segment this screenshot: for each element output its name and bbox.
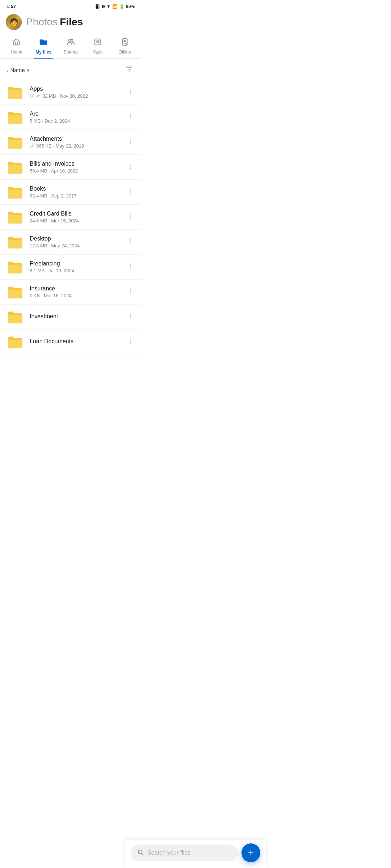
file-name: Books [30, 186, 120, 192]
svg-point-48 [130, 340, 131, 341]
file-meta: 24.6 MB · Mar 15, 2024 [30, 218, 120, 224]
tab-shared[interactable]: Shared [57, 35, 84, 58]
file-name: Arc [30, 111, 120, 117]
svg-point-45 [130, 315, 131, 316]
svg-point-43 [130, 293, 131, 294]
header: 🧑 Photos Files [0, 11, 141, 35]
file-meta: 965 KB · May 22, 2019 [30, 143, 120, 149]
file-meta: 82.4 MB · Sep 2, 2017 [30, 193, 120, 199]
folder-icon [6, 184, 25, 200]
svg-point-0 [68, 39, 71, 42]
file-meta: 50.4 MB · Apr 10, 2022 [30, 168, 120, 174]
home-icon [12, 38, 20, 48]
tab-myfiles[interactable]: My files [30, 35, 57, 58]
svg-point-42 [130, 290, 131, 292]
folder-icon [6, 234, 25, 250]
sort-bar: ↓ Name ∨ [0, 59, 141, 80]
file-meta: 12.8 MB · May 24, 2024 [30, 243, 120, 248]
list-item[interactable]: Freelancing6.1 MB · Jul 19, 2024 [0, 255, 141, 280]
file-name: Investment [30, 313, 120, 320]
svg-point-37 [130, 243, 131, 244]
list-item[interactable]: Loan Documents [0, 329, 141, 354]
filter-button[interactable] [124, 64, 135, 76]
more-options-button[interactable] [125, 310, 135, 324]
tab-offline[interactable]: Offline [111, 35, 138, 58]
file-meta: 0 KB · Mar 16, 2024 [30, 293, 120, 298]
tab-home-label: Home [10, 50, 22, 55]
more-options-button[interactable] [125, 260, 135, 275]
folder-icon [6, 159, 25, 175]
tab-vault-label: Vault [93, 50, 102, 55]
svg-point-14 [38, 95, 40, 96]
header-files-label[interactable]: Files [60, 16, 83, 28]
offline-icon [121, 38, 129, 48]
svg-point-30 [130, 191, 131, 192]
folder-icon [6, 259, 25, 275]
more-options-button[interactable] [125, 160, 135, 175]
more-options-button[interactable] [125, 110, 135, 125]
more-options-button[interactable] [125, 85, 135, 100]
svg-point-23 [130, 139, 131, 140]
file-name: Bills and Invoices [30, 161, 120, 167]
more-options-button[interactable] [125, 185, 135, 200]
svg-point-41 [130, 288, 131, 289]
more-options-button[interactable] [125, 135, 135, 150]
svg-point-49 [130, 342, 131, 344]
sort-label: Name [10, 67, 25, 73]
nav-tabs: Home My files Shared Vault [0, 35, 141, 59]
svg-point-15 [130, 89, 131, 90]
svg-point-34 [130, 218, 131, 219]
list-item[interactable]: Attachments965 KB · May 22, 2019 [0, 130, 141, 155]
tab-myfiles-label: My files [35, 50, 51, 55]
folder-icon [6, 209, 25, 225]
svg-point-18 [130, 114, 131, 115]
list-item[interactable]: Credit Card Bills24.6 MB · Mar 15, 2024 [0, 205, 141, 230]
file-name: Loan Documents [30, 338, 120, 345]
file-name: Freelancing [30, 260, 120, 267]
tab-offline-label: Offline [118, 50, 131, 55]
header-photos-label[interactable]: Photos [26, 16, 58, 28]
sort-down-icon: ↓ [7, 67, 9, 73]
file-name: Credit Card Bills [30, 210, 120, 217]
status-time: 1:57 [7, 4, 16, 9]
svg-point-20 [130, 118, 131, 119]
file-meta: 6.1 MB · Jul 19, 2024 [30, 268, 120, 273]
file-list: Apps32 MB · Nov 30, 2022 Arc5 MB · Dec 2… [0, 80, 141, 354]
file-name: Desktop [30, 235, 120, 242]
svg-point-33 [130, 216, 131, 217]
more-options-button[interactable] [125, 235, 135, 250]
svg-point-31 [130, 193, 131, 194]
folder-icon [6, 284, 25, 300]
file-name: Attachments [30, 136, 120, 142]
tab-vault[interactable]: Vault [84, 35, 111, 58]
list-item[interactable]: Insurance0 KB · Mar 16, 2024 [0, 280, 141, 305]
folder-icon [6, 84, 25, 100]
list-item[interactable]: Books82.4 MB · Sep 2, 2017 [0, 180, 141, 205]
svg-point-40 [130, 268, 131, 269]
shared-icon [66, 38, 75, 48]
sort-button[interactable]: ↓ Name ∨ [7, 67, 30, 73]
tab-home[interactable]: Home [3, 35, 30, 58]
svg-point-38 [130, 263, 131, 264]
file-meta: 5 MB · Dec 2, 2024 [30, 118, 120, 124]
folder-icon [6, 309, 25, 325]
avatar[interactable]: 🧑 [6, 14, 22, 30]
svg-point-36 [130, 241, 131, 242]
folder-icon [6, 134, 25, 150]
list-item[interactable]: Bills and Invoices50.4 MB · Apr 10, 2022 [0, 155, 141, 180]
tab-shared-label: Shared [64, 50, 78, 55]
more-options-button[interactable] [125, 285, 135, 299]
list-item[interactable]: Investment [0, 305, 141, 329]
list-item[interactable]: Desktop12.8 MB · May 24, 2024 [0, 230, 141, 255]
folder-icon [6, 334, 25, 350]
svg-point-22 [32, 145, 34, 146]
more-options-button[interactable] [125, 335, 135, 349]
file-name: Apps [30, 86, 120, 92]
list-item[interactable]: Arc5 MB · Dec 2, 2024 [0, 105, 141, 130]
svg-point-46 [130, 318, 131, 319]
list-item[interactable]: Apps32 MB · Nov 30, 2022 [0, 80, 141, 105]
more-options-button[interactable] [125, 210, 135, 225]
file-name: Insurance [30, 285, 120, 292]
svg-point-1 [71, 39, 73, 42]
svg-point-17 [130, 93, 131, 94]
